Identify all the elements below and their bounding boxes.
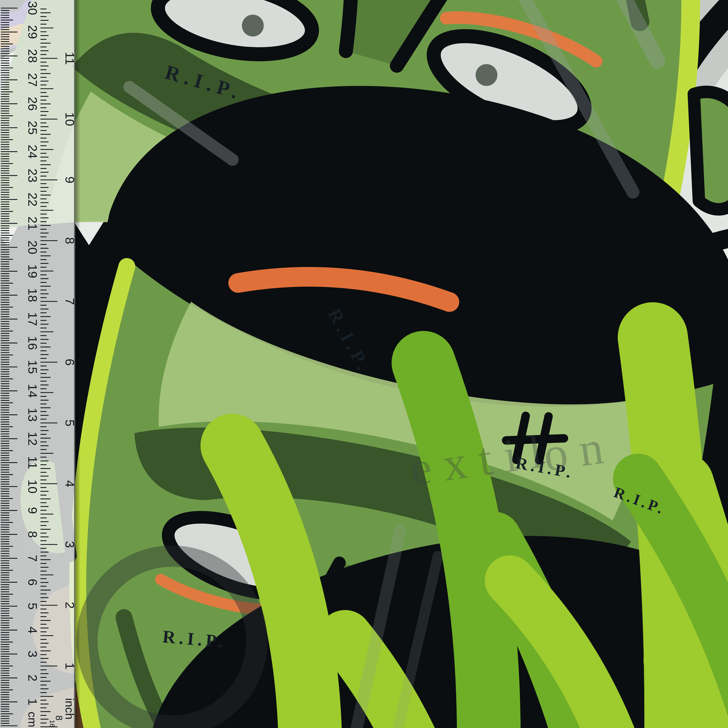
svg-text:10: 10 (63, 112, 77, 126)
svg-text:5: 5 (26, 603, 40, 610)
svg-text:8: 8 (63, 237, 77, 244)
svg-text:11: 11 (26, 456, 40, 469)
svg-text:27: 27 (26, 73, 40, 87)
svg-text:12: 12 (26, 432, 40, 446)
svg-text:24: 24 (26, 145, 40, 159)
fabric-swatch-photo: R.I.P. R.I.P. R.I.P. R.I.P. R.I.P. extil… (0, 0, 728, 728)
svg-text:22: 22 (26, 193, 40, 206)
svg-text:1: 1 (26, 698, 40, 705)
svg-text:10: 10 (26, 480, 40, 494)
svg-text:14: 14 (26, 384, 40, 398)
svg-text:28: 28 (26, 49, 40, 63)
svg-text:2: 2 (63, 602, 77, 609)
svg-text:3: 3 (63, 541, 77, 548)
svg-text:11: 11 (63, 52, 77, 65)
svg-text:2: 2 (26, 674, 40, 681)
svg-text:25: 25 (26, 121, 40, 135)
svg-text:15: 15 (26, 360, 40, 374)
svg-text:30: 30 (26, 1, 40, 15)
svg-text:23: 23 (26, 169, 40, 183)
svg-text:6: 6 (26, 579, 40, 586)
watermark-text-fragment: on (540, 419, 619, 482)
svg-text:9: 9 (63, 176, 77, 183)
cm-unit-label: cm (26, 712, 39, 727)
svg-text:6: 6 (63, 359, 77, 366)
svg-text:18: 18 (26, 288, 40, 302)
svg-text:7: 7 (63, 298, 77, 305)
svg-text:1: 1 (63, 662, 77, 669)
svg-text:8: 8 (26, 531, 40, 538)
ruler-overlay: 3029282726252423222120191817161514131211… (0, 0, 85, 728)
svg-text:17: 17 (26, 312, 40, 326)
svg-text:26: 26 (26, 97, 40, 111)
svg-text:16: 16 (26, 336, 40, 350)
svg-text:21: 21 (26, 216, 40, 230)
svg-text:20: 20 (26, 240, 40, 254)
svg-text:13: 13 (26, 408, 40, 422)
inch-eighths-label: 8 (54, 715, 64, 720)
svg-text:29: 29 (26, 25, 40, 39)
svg-text:19: 19 (26, 264, 40, 278)
svg-text:4: 4 (26, 627, 40, 633)
svg-text:4: 4 (63, 480, 77, 487)
fabric-pattern: R.I.P. R.I.P. R.I.P. R.I.P. R.I.P. extil… (0, 0, 728, 728)
svg-text:7: 7 (26, 555, 40, 562)
inch-unit-label: inch (63, 698, 76, 719)
svg-text:5: 5 (63, 419, 77, 426)
svg-text:9: 9 (26, 507, 40, 514)
inch-sixteenths-label: 16 (49, 720, 56, 727)
svg-text:3: 3 (26, 650, 40, 658)
